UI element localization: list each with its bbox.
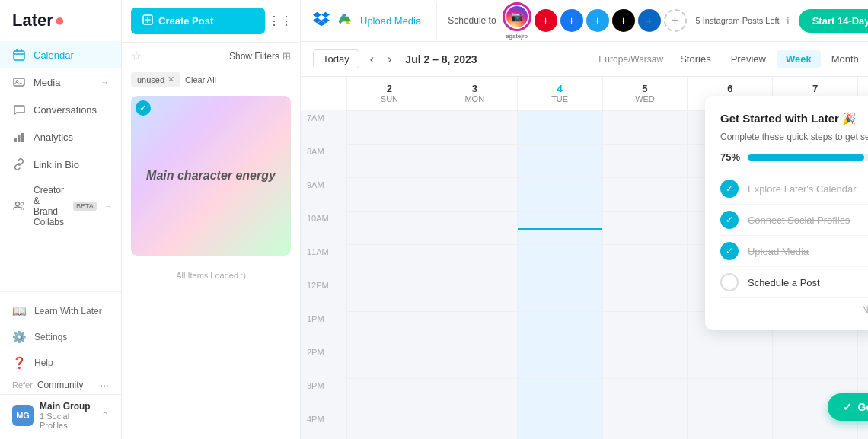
get-started-float-button[interactable]: ✓ Get Started 1 (828, 393, 869, 421)
add-profile-btn[interactable]: + (664, 9, 687, 32)
time-cell-8AM-day3[interactable] (602, 144, 688, 177)
time-cell-9AM-day1[interactable] (432, 177, 517, 211)
time-cell-12PM-day1[interactable] (432, 278, 517, 311)
media-thumbnail[interactable]: Main character energy ✓ (131, 96, 291, 256)
time-cell-2PM-day3[interactable] (602, 345, 688, 378)
time-cell-4PM-day2[interactable] (517, 412, 602, 439)
sidebar-item-link-in-bio[interactable]: Link in Bio (0, 151, 121, 178)
time-cell-7AM-day3[interactable] (602, 110, 688, 144)
tab-month[interactable]: Month (822, 50, 868, 68)
calendar-toolbar: Today ‹ › Jul 2 – 8, 2023 Europe/Warsaw … (301, 42, 868, 77)
time-cell-3PM-day0[interactable] (346, 378, 432, 412)
add-linkedin-btn[interactable]: + (638, 9, 661, 32)
time-cell-3PM-day3[interactable] (602, 378, 688, 412)
time-cell-3PM-day1[interactable] (432, 378, 517, 412)
time-cell-2PM-day4[interactable] (687, 345, 772, 378)
time-cell-3PM-day4[interactable] (687, 378, 772, 412)
panel-menu-icon[interactable]: ⋮⋮ (270, 11, 291, 32)
time-cell-2PM-day5[interactable] (772, 345, 857, 378)
time-cell-12PM-day0[interactable] (346, 278, 432, 311)
svg-rect-8 (21, 133, 24, 142)
more-options-icon[interactable]: ··· (100, 379, 109, 391)
tab-preview[interactable]: Preview (722, 50, 775, 68)
filter-tag-remove[interactable]: ✕ (168, 75, 174, 84)
info-icon[interactable]: ℹ (786, 15, 790, 27)
sidebar-item-media[interactable]: Media → (0, 68, 121, 96)
time-cell-9AM-day3[interactable] (602, 177, 688, 211)
add-pinterest-btn[interactable]: + (535, 9, 557, 32)
gs-progress-bar (748, 154, 868, 161)
time-cell-1PM-day1[interactable] (432, 311, 517, 345)
google-drive-icon[interactable] (337, 11, 353, 30)
time-cell-2PM-day1[interactable] (432, 345, 517, 378)
help-item[interactable]: ❓ Help (0, 350, 121, 376)
time-cell-12PM-day2[interactable] (517, 278, 602, 311)
tab-week[interactable]: Week (777, 50, 821, 68)
star-icon[interactable]: ☆ (131, 49, 142, 63)
time-cell-10AM-day2[interactable] (517, 211, 602, 244)
time-cell-1PM-day2[interactable] (517, 311, 602, 345)
time-label-2pm: 2PM (301, 345, 346, 378)
instagram-profile[interactable]: 📷 agatejro (503, 2, 531, 40)
schedule-to-label: Schedule to (448, 15, 496, 26)
prev-week-button[interactable]: ‹ (367, 49, 377, 69)
dropbox-icon[interactable] (313, 11, 330, 31)
time-cell-10AM-day3[interactable] (602, 211, 688, 244)
sidebar-item-analytics[interactable]: Analytics (0, 123, 121, 151)
next-week-button[interactable]: › (385, 49, 394, 69)
time-cell-9AM-day0[interactable] (346, 177, 432, 211)
today-button[interactable]: Today (313, 49, 359, 68)
sidebar-item-calendar[interactable]: Calendar (0, 41, 121, 68)
filter-icon: ⊞ (282, 50, 291, 62)
clear-all-btn[interactable]: Clear All (185, 75, 216, 84)
settings-item[interactable]: ⚙️ Settings (0, 324, 121, 350)
time-cell-11AM-day0[interactable] (346, 244, 432, 278)
time-cell-10AM-day1[interactable] (432, 211, 517, 244)
time-cell-4PM-day3[interactable] (602, 412, 688, 439)
time-cell-8AM-day2[interactable] (517, 144, 602, 177)
free-trial-button[interactable]: Start 14-Day Free Trial (799, 9, 868, 33)
time-cell-1PM-day3[interactable] (602, 311, 688, 345)
gs-no-thanks-btn[interactable]: No thanks (720, 298, 868, 315)
workspace-chevron-icon: ⌃ (101, 410, 109, 421)
time-cell-11AM-day3[interactable] (602, 244, 688, 278)
time-cell-8AM-day1[interactable] (432, 144, 517, 177)
time-cell-2PM-day6[interactable] (857, 345, 868, 378)
time-cell-2PM-day0[interactable] (346, 345, 432, 378)
all-loaded-text: All Items Loaded :) (122, 262, 300, 289)
time-col-header (301, 77, 346, 110)
sidebar-item-conversations[interactable]: Conversations (0, 96, 121, 123)
show-filters-btn[interactable]: Show Filters ⊞ (229, 50, 291, 62)
upload-media-btn[interactable]: Upload Media (360, 15, 421, 27)
add-facebook-btn[interactable]: + (560, 9, 583, 32)
time-cell-3PM-day2[interactable] (517, 378, 602, 412)
gs-check-connect: ✓ (720, 211, 739, 229)
time-cell-8AM-day0[interactable] (346, 144, 432, 177)
add-tiktok-btn[interactable]: + (612, 9, 635, 32)
time-cell-11AM-day1[interactable] (432, 244, 517, 278)
time-cell-4PM-day0[interactable] (346, 412, 432, 439)
tab-stories[interactable]: Stories (671, 50, 720, 68)
time-cell-4PM-day4[interactable] (687, 412, 772, 439)
time-cell-11AM-day2[interactable] (517, 244, 602, 278)
sidebar-creator-label: Creator & Brand Collabs (34, 185, 64, 227)
time-cell-7AM-day1[interactable] (432, 110, 517, 144)
time-cell-10AM-day0[interactable] (346, 211, 432, 244)
add-twitter-btn[interactable]: + (586, 9, 609, 32)
learn-with-later-item[interactable]: 📖 Learn With Later (0, 298, 121, 324)
beta-badge: BETA (73, 202, 97, 211)
community-label[interactable]: Community (37, 380, 84, 390)
media-item: Main character energy ✓ (131, 96, 291, 256)
sidebar-item-creator-brand[interactable]: Creator & Brand Collabs BETA → (0, 178, 121, 234)
help-label: Help (34, 358, 53, 368)
time-cell-1PM-day0[interactable] (346, 311, 432, 345)
time-cell-2PM-day2[interactable] (517, 345, 602, 378)
time-cell-4PM-day1[interactable] (432, 412, 517, 439)
svg-point-9 (16, 202, 20, 206)
time-cell-7AM-day0[interactable] (346, 110, 432, 144)
time-cell-7AM-day2[interactable] (517, 110, 602, 144)
time-cell-12PM-day3[interactable] (602, 278, 688, 311)
time-cell-9AM-day2[interactable] (517, 177, 602, 211)
create-post-button[interactable]: Create Post (131, 8, 265, 34)
workspace-selector[interactable]: MG Main Group 1 Social Profiles ⌃ (0, 394, 121, 436)
